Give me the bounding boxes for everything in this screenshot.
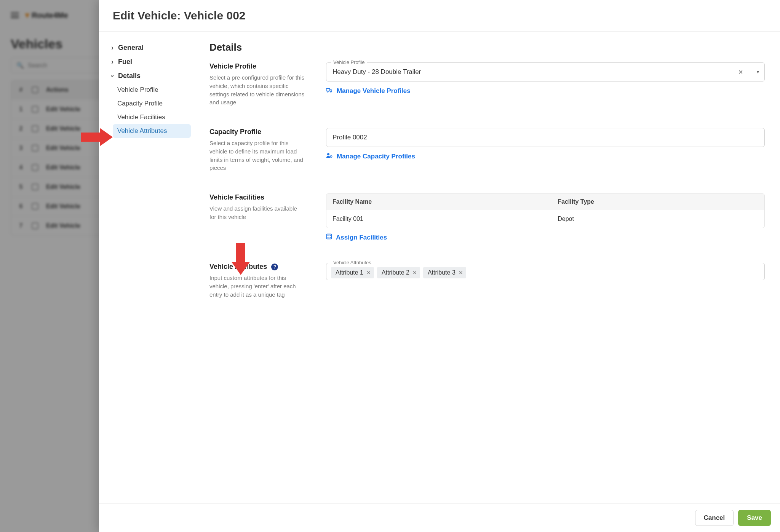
table-row: Facility 001 Depot [326,210,764,228]
manage-capacity-profiles-link[interactable]: Manage Capacity Profiles [326,152,415,160]
save-button[interactable]: Save [738,510,771,526]
svg-rect-7 [330,235,331,236]
svg-rect-8 [328,237,328,238]
vehicle-facilities-heading: Vehicle Facilities [209,193,305,201]
nav-details[interactable]: › Details [106,69,191,83]
vehicle-profile-value: Heavy Duty - 28 Double Trailer [332,68,738,76]
vehicle-attributes-input[interactable]: Vehicle Attributes Attribute 1✕Attribute… [326,263,765,280]
chip-label: Attribute 2 [382,269,409,276]
vehicle-profile-select[interactable]: Vehicle Profile Heavy Duty - 28 Double T… [326,62,765,81]
svg-point-3 [327,153,329,155]
facilities-table: Facility Name Facility Type Facility 001… [326,193,765,228]
vehicle-profile-heading: Vehicle Profile [209,62,305,70]
nav-sub-vehicle-facilities[interactable]: Vehicle Facilities [113,110,191,124]
svg-point-1 [327,91,328,92]
capacity-profile-desc: Select a capacity profile for this vehic… [209,139,305,172]
modal-sidebar: › General › Fuel › Details Vehicle Profi… [99,32,194,503]
facilities-col-name: Facility Name [326,194,551,210]
nav-sub-vehicle-profile[interactable]: Vehicle Profile [113,83,191,97]
chip-label: Attribute 1 [336,269,363,276]
facilities-col-type: Facility Type [551,194,764,210]
nav-general[interactable]: › General [106,41,191,55]
chip-remove-icon[interactable]: ✕ [459,270,463,276]
help-icon[interactable]: ? [271,264,278,270]
modal-title: Edit Vehicle: Vehicle 002 [99,0,780,32]
attribute-chip[interactable]: Attribute 3✕ [423,267,466,278]
capacity-profile-select[interactable]: Profile 0002 [326,128,765,147]
assign-facilities-link[interactable]: Assign Facilities [326,233,387,241]
vehicle-attributes-desc: Input custom attributes for this vehicle… [209,274,305,299]
chevron-right-icon: › [110,44,115,52]
svg-point-2 [330,91,331,92]
nav-sub-vehicle-attributes[interactable]: Vehicle Attributes [113,124,191,138]
chip-remove-icon[interactable]: ✕ [412,270,417,276]
field-label: Vehicle Attributes [331,260,374,265]
edit-vehicle-modal: Edit Vehicle: Vehicle 002 › General › Fu… [99,0,780,532]
attribute-chip[interactable]: Attribute 2✕ [377,267,420,278]
cancel-button[interactable]: Cancel [695,510,734,526]
manage-vehicle-profiles-link[interactable]: Manage Vehicle Profiles [326,87,411,95]
attribute-chip[interactable]: Attribute 1✕ [331,267,374,278]
vehicle-attributes-heading: Vehicle Attributes ? [209,263,305,271]
chip-remove-icon[interactable]: ✕ [366,270,371,276]
svg-rect-9 [330,237,331,238]
vehicle-profile-desc: Select a pre-configured profile for this… [209,73,305,107]
capacity-profile-value: Profile 0002 [332,134,747,141]
vehicle-facilities-desc: View and assign facilities available for… [209,204,305,221]
chevron-down-icon[interactable]: ▾ [757,69,759,75]
building-icon [326,233,332,241]
person-gear-icon [326,152,333,160]
svg-rect-5 [327,234,332,239]
svg-point-4 [330,156,332,158]
svg-rect-0 [326,88,330,91]
capacity-profile-heading: Capacity Profile [209,128,305,136]
nav-sub-capacity-profile[interactable]: Capacity Profile [113,97,191,110]
clear-icon[interactable]: ✕ [738,69,743,76]
facility-type: Depot [551,210,764,228]
field-label: Vehicle Profile [331,59,367,65]
svg-rect-6 [328,235,328,236]
truck-gear-icon [326,87,333,95]
facility-name: Facility 001 [326,210,551,228]
chevron-right-icon: › [110,58,115,66]
modal-main: Details Vehicle Profile Select a pre-con… [194,32,780,503]
nav-fuel[interactable]: › Fuel [106,55,191,69]
section-title: Details [209,42,765,53]
chevron-down-icon: › [109,73,117,79]
chip-label: Attribute 3 [428,269,456,276]
